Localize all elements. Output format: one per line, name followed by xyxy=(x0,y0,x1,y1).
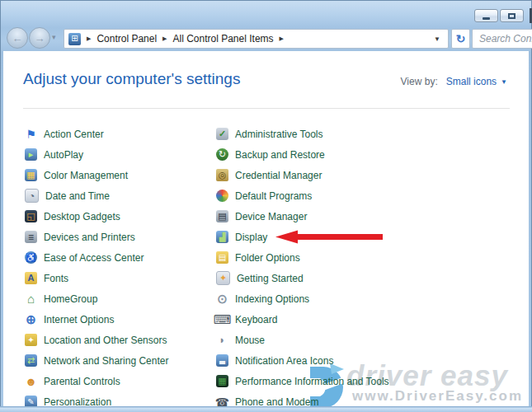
autoplay-icon: ▸ xyxy=(25,148,37,161)
list-item-getting-started[interactable]: ✦Getting Started xyxy=(216,268,525,288)
list-item-keyboard[interactable]: ⌨Keyboard xyxy=(216,309,525,330)
refresh-button[interactable]: ↻ xyxy=(451,29,470,49)
address-dropdown-icon[interactable]: ▼ xyxy=(431,35,444,43)
list-item-autoplay[interactable]: ▸AutoPlay xyxy=(25,144,213,165)
homegroup-icon: ⌂ xyxy=(25,293,37,305)
breadcrumb-separator-icon[interactable]: ▶ xyxy=(87,35,91,42)
item-label: Mouse xyxy=(235,335,265,346)
color-management-icon: ▦ xyxy=(25,169,37,181)
list-item-personalization[interactable]: ✎Personalization xyxy=(25,391,213,406)
maximize-icon xyxy=(508,13,516,19)
list-item-homegroup[interactable]: ⌂HomeGroup xyxy=(25,288,213,309)
content-area: Adjust your computer's settings View by:… xyxy=(3,51,529,406)
list-item-date-and-time[interactable]: ◔Date and Time xyxy=(25,185,213,206)
list-item-mouse[interactable]: ◗Mouse xyxy=(216,330,525,350)
back-arrow-icon: ← xyxy=(12,32,23,44)
view-by-dropdown-icon[interactable]: ▼ xyxy=(501,78,507,86)
item-label: Performance Information and Tools xyxy=(235,376,389,387)
administrative-tools-icon: ✓ xyxy=(216,128,228,140)
item-label: Getting Started xyxy=(237,273,304,284)
item-label: Personalization xyxy=(44,396,111,407)
item-label: Action Center xyxy=(44,129,104,140)
view-by-control: View by: Small icons ▼ xyxy=(401,76,507,87)
item-label: Desktop Gadgets xyxy=(44,211,120,222)
performance-tools-icon: ▦ xyxy=(216,375,228,387)
item-label: AutoPlay xyxy=(44,149,83,161)
list-item-backup-and-restore[interactable]: ↻Backup and Restore xyxy=(216,144,525,165)
list-item-indexing-options[interactable]: ⊙Indexing Options xyxy=(216,288,525,309)
minimize-button[interactable] xyxy=(474,9,498,22)
forward-button[interactable]: → xyxy=(29,27,50,49)
action-center-icon: ⚑ xyxy=(25,128,37,140)
default-programs-icon xyxy=(216,190,228,202)
list-item-network-and-sharing-center[interactable]: ⇄Network and Sharing Center xyxy=(25,350,213,371)
list-item-phone-and-modem[interactable]: ☎Phone and Modem xyxy=(216,391,525,406)
parental-controls-icon: ☻ xyxy=(25,375,37,387)
list-item-device-manager[interactable]: ▤Device Manager xyxy=(216,206,525,227)
personalization-icon: ✎ xyxy=(25,396,37,406)
refresh-icon: ↻ xyxy=(456,32,466,45)
page-title: Adjust your computer's settings xyxy=(23,70,240,88)
search-input[interactable] xyxy=(472,29,532,49)
recent-pages-dropdown[interactable]: ▾ xyxy=(52,33,56,41)
breadcrumb-all-control-panel-items[interactable]: All Control Panel Items xyxy=(173,33,274,44)
network-sharing-icon: ⇄ xyxy=(25,354,37,367)
maximize-button[interactable] xyxy=(500,9,524,22)
list-item-administrative-tools[interactable]: ✓Administrative Tools xyxy=(216,124,525,144)
item-label: Credential Manager xyxy=(235,170,322,181)
ease-of-access-icon: ♿ xyxy=(25,251,37,264)
item-label: Ease of Access Center xyxy=(44,252,144,264)
list-item-default-programs[interactable]: Default Programs xyxy=(216,185,525,206)
caption-buttons xyxy=(474,9,524,22)
item-label: Fonts xyxy=(44,273,68,284)
list-item-devices-and-printers[interactable]: ≡Devices and Printers xyxy=(25,227,213,247)
notification-area-icon: ▃ xyxy=(216,354,228,367)
list-item-credential-manager[interactable]: ◎Credential Manager xyxy=(216,165,525,185)
list-item-fonts[interactable]: AFonts xyxy=(25,268,213,288)
internet-options-icon: ⊕ xyxy=(25,313,37,325)
breadcrumb-separator-icon[interactable]: ▶ xyxy=(162,35,167,42)
item-label: Internet Options xyxy=(44,314,114,325)
location-sensors-icon: ✦ xyxy=(25,334,37,346)
list-item-internet-options[interactable]: ⊕Internet Options xyxy=(25,309,213,330)
list-item-parental-controls[interactable]: ☻Parental Controls xyxy=(25,371,213,391)
item-label: Administrative Tools xyxy=(235,129,323,140)
device-manager-icon: ▤ xyxy=(216,210,228,222)
list-item-performance-information-and-tools[interactable]: ▦Performance Information and Tools xyxy=(216,371,525,391)
list-item-folder-options[interactable]: ▤Folder Options xyxy=(216,247,525,268)
item-label: Default Programs xyxy=(235,190,312,202)
desktop-gadgets-icon: ◱ xyxy=(25,210,37,222)
keyboard-icon: ⌨ xyxy=(216,313,228,325)
credential-manager-icon: ◎ xyxy=(216,169,228,181)
breadcrumb[interactable]: ⊞ ▶ Control Panel ▶ All Control Panel It… xyxy=(64,29,449,49)
breadcrumb-separator-icon[interactable]: ▶ xyxy=(280,35,284,42)
item-label: Date and Time xyxy=(45,190,110,202)
control-panel-window: ← → ▾ ⊞ ▶ Control Panel ▶ All Control Pa… xyxy=(0,0,532,412)
control-panel-icon: ⊞ xyxy=(68,33,81,45)
devices-and-printers-icon: ≡ xyxy=(25,231,37,243)
fonts-icon: A xyxy=(25,272,37,284)
breadcrumb-control-panel[interactable]: Control Panel xyxy=(97,33,157,44)
display-icon: ▟ xyxy=(216,231,228,243)
list-item-ease-of-access-center[interactable]: ♿Ease of Access Center xyxy=(25,247,213,268)
list-item-color-management[interactable]: ▦Color Management xyxy=(25,165,213,185)
item-label: Color Management xyxy=(44,170,128,181)
list-item-location-and-other-sensors[interactable]: ✦Location and Other Sensors xyxy=(25,330,213,350)
header-divider xyxy=(23,108,510,109)
item-label: Notification Area Icons xyxy=(235,355,333,367)
forward-arrow-icon: → xyxy=(35,32,45,44)
mouse-icon: ◗ xyxy=(216,334,228,346)
items-column-left: ⚑Action Center▸AutoPlay▦Color Management… xyxy=(25,124,213,406)
item-label: Device Manager xyxy=(235,211,307,222)
item-label: Indexing Options xyxy=(235,293,309,305)
list-item-desktop-gadgets[interactable]: ◱Desktop Gadgets xyxy=(25,206,213,227)
folder-options-icon: ▤ xyxy=(216,251,228,264)
getting-started-icon: ✦ xyxy=(216,271,230,285)
back-button[interactable]: ← xyxy=(7,27,28,49)
red-arrow-annotation xyxy=(275,230,383,244)
item-label: HomeGroup xyxy=(44,293,97,305)
list-item-notification-area-icons[interactable]: ▃Notification Area Icons xyxy=(216,350,525,371)
view-by-value[interactable]: Small icons xyxy=(446,76,497,87)
list-item-action-center[interactable]: ⚑Action Center xyxy=(25,124,213,144)
item-label: Display xyxy=(235,232,267,243)
